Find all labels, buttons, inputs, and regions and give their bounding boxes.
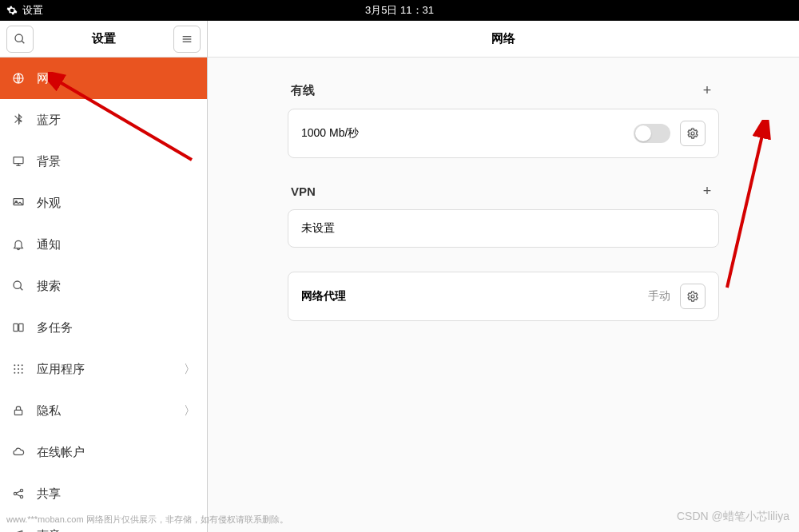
sidebar-item-multitask[interactable]: 多任务 bbox=[0, 307, 207, 348]
vpn-title: VPN bbox=[291, 185, 316, 198]
main-panel: 网络 有线 + 1000 Mb/秒 bbox=[208, 21, 799, 532]
watermark-right: CSDN @蜡笔小芯liliya bbox=[677, 510, 789, 524]
sidebar-item-label: 背景 bbox=[37, 154, 196, 169]
add-wired-button[interactable]: + bbox=[698, 81, 716, 99]
svg-line-12 bbox=[20, 288, 22, 290]
svg-point-20 bbox=[22, 368, 23, 370]
share-icon bbox=[11, 486, 26, 501]
bell-icon bbox=[11, 237, 26, 252]
content: 有线 + 1000 Mb/秒 VPN + bbox=[208, 58, 799, 532]
svg-rect-14 bbox=[19, 324, 23, 331]
svg-point-15 bbox=[14, 364, 15, 366]
sidebar-item-notifications[interactable]: 通知 bbox=[0, 224, 207, 265]
sidebar-item-appearance[interactable]: 外观 bbox=[0, 182, 207, 224]
wired-connection-row: 1000 Mb/秒 bbox=[288, 109, 719, 158]
cloud-icon bbox=[11, 445, 26, 459]
sidebar-item-label: 搜索 bbox=[37, 279, 196, 294]
svg-point-0 bbox=[15, 34, 22, 42]
system-topbar: 设置 3月5日 11：31 bbox=[0, 0, 799, 21]
apps-icon bbox=[11, 362, 26, 376]
sidebar-item-search[interactable]: 搜索 bbox=[0, 265, 207, 307]
sidebar-item-sharing[interactable]: 共享 bbox=[0, 473, 207, 514]
hamburger-icon bbox=[181, 33, 193, 46]
watermark-left: www.***moban.com 网络图片仅供展示，非存储，如有侵权请联系删除。 bbox=[6, 514, 288, 526]
sidebar-item-network[interactable]: 网络 bbox=[0, 58, 207, 99]
topbar-datetime: 3月5日 11：31 bbox=[365, 3, 434, 18]
sidebar-item-label: 通知 bbox=[37, 237, 196, 252]
sidebar-item-label: 网络 bbox=[37, 71, 196, 86]
menu-button[interactable] bbox=[173, 26, 201, 53]
sidebar-item-label: 多任务 bbox=[37, 320, 196, 335]
svg-line-29 bbox=[16, 494, 20, 497]
gear-icon bbox=[686, 290, 699, 303]
desktop-icon bbox=[11, 154, 26, 169]
topbar-app-name: 设置 bbox=[22, 3, 43, 18]
proxy-row[interactable]: 网络代理 手动 bbox=[288, 272, 719, 321]
chevron-right-icon: 〉 bbox=[184, 362, 196, 377]
svg-rect-13 bbox=[14, 324, 18, 331]
sidebar-title: 设置 bbox=[40, 31, 167, 46]
globe-icon bbox=[11, 71, 26, 85]
sidebar-item-label: 声音 bbox=[37, 528, 196, 533]
svg-rect-24 bbox=[14, 410, 22, 415]
svg-point-30 bbox=[691, 132, 694, 135]
wired-title: 有线 bbox=[291, 83, 315, 98]
search-icon bbox=[14, 33, 26, 46]
svg-point-18 bbox=[14, 368, 15, 370]
lock-icon bbox=[11, 403, 26, 418]
sidebar-item-label: 外观 bbox=[37, 196, 196, 211]
sidebar-item-background[interactable]: 背景 bbox=[0, 141, 207, 182]
svg-rect-6 bbox=[14, 157, 23, 164]
vpn-row: 未设置 bbox=[288, 209, 719, 248]
add-vpn-button[interactable]: + bbox=[698, 182, 716, 200]
sidebar-item-label: 隐私 bbox=[37, 403, 173, 419]
wired-speed: 1000 Mb/秒 bbox=[301, 126, 624, 141]
vpn-status: 未设置 bbox=[301, 221, 706, 236]
svg-point-31 bbox=[691, 295, 694, 298]
sidebar-item-label: 在线帐户 bbox=[37, 445, 196, 460]
proxy-settings-button[interactable] bbox=[680, 284, 706, 309]
svg-line-1 bbox=[22, 41, 24, 43]
multitask-icon bbox=[11, 320, 26, 335]
sidebar-item-label: 蓝牙 bbox=[37, 113, 196, 128]
sidebar-list: 网络 蓝牙 背景 外观 通知 搜索 bbox=[0, 58, 207, 532]
proxy-section: 网络代理 手动 bbox=[288, 272, 719, 321]
sidebar-item-label: 共享 bbox=[37, 486, 196, 502]
proxy-title: 网络代理 bbox=[301, 289, 638, 304]
sidebar: 设置 网络 蓝牙 背景 外观 bbox=[0, 21, 208, 532]
wired-settings-button[interactable] bbox=[680, 121, 706, 146]
sidebar-item-privacy[interactable]: 隐私 〉 bbox=[0, 390, 207, 431]
search-button[interactable] bbox=[6, 26, 34, 53]
wired-section: 有线 + 1000 Mb/秒 bbox=[288, 81, 719, 158]
wired-toggle[interactable] bbox=[634, 124, 670, 143]
search-icon bbox=[11, 279, 26, 293]
svg-point-23 bbox=[22, 372, 23, 374]
appearance-icon bbox=[11, 196, 26, 210]
main-title: 网络 bbox=[491, 31, 515, 46]
sound-icon bbox=[11, 528, 26, 532]
sidebar-item-label: 应用程序 bbox=[37, 362, 173, 377]
svg-line-28 bbox=[16, 491, 20, 494]
gear-icon bbox=[6, 5, 18, 16]
main-header: 网络 bbox=[208, 21, 799, 58]
vpn-section: VPN + 未设置 bbox=[288, 182, 719, 248]
bluetooth-icon bbox=[11, 113, 26, 127]
svg-point-22 bbox=[18, 372, 19, 374]
svg-point-16 bbox=[18, 364, 19, 366]
sidebar-item-bluetooth[interactable]: 蓝牙 bbox=[0, 99, 207, 141]
svg-point-21 bbox=[14, 372, 15, 374]
gear-icon bbox=[686, 127, 699, 140]
svg-point-19 bbox=[18, 368, 19, 370]
sidebar-item-applications[interactable]: 应用程序 〉 bbox=[0, 348, 207, 390]
sidebar-header: 设置 bbox=[0, 21, 207, 58]
chevron-right-icon: 〉 bbox=[184, 403, 196, 419]
svg-point-17 bbox=[22, 364, 23, 366]
svg-point-11 bbox=[14, 281, 21, 288]
sidebar-item-online-accounts[interactable]: 在线帐户 bbox=[0, 431, 207, 473]
proxy-mode: 手动 bbox=[648, 289, 670, 304]
